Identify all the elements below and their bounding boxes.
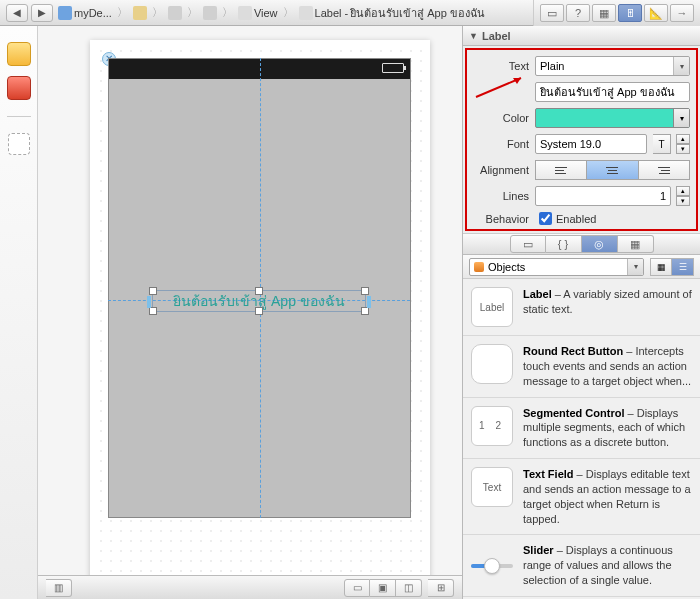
resize-handle[interactable] <box>149 307 157 315</box>
library-filter-select[interactable]: Objects▾ <box>469 258 644 276</box>
color-label: Color <box>473 112 529 124</box>
crumb-folder[interactable] <box>131 6 149 20</box>
align-left[interactable] <box>535 160 587 180</box>
library-header: Objects▾ ▦ ☰ <box>463 255 700 279</box>
library-item-slider[interactable]: Slider – Displays a continuous range of … <box>463 535 700 597</box>
constraints-toggle[interactable]: ⊞ <box>428 579 454 597</box>
alignment-label: Alignment <box>473 164 529 176</box>
extent-handle[interactable] <box>367 296 371 308</box>
resize-handle[interactable] <box>361 307 369 315</box>
extent-handle[interactable] <box>147 296 151 308</box>
slider-icon <box>471 543 513 588</box>
font-input[interactable]: System 19.0 <box>535 134 647 154</box>
text-value-input[interactable]: ยินต้อนรับเข้าสู่ App ของฉัน <box>535 82 690 102</box>
outline-toggle[interactable]: ▥ <box>46 579 72 597</box>
font-stepper[interactable]: ▴▾ <box>676 134 690 154</box>
resize-handle[interactable] <box>361 287 369 295</box>
font-label: Font <box>473 138 529 150</box>
resize-handle[interactable] <box>255 307 263 315</box>
library-grid-view[interactable]: ▦ <box>650 258 672 276</box>
inspector-panel: ▼Label Text Plain▾ ยินต้อนรับเข้าสู่ App… <box>462 26 700 599</box>
zoom-actual[interactable]: ▭ <box>344 579 370 597</box>
canvas-bottom-bar: ▥ ▭ ▣ ◫ ⊞ <box>38 575 462 599</box>
crumb-nib[interactable] <box>201 6 219 20</box>
inspector-section-header[interactable]: ▼Label <box>463 26 700 46</box>
enabled-label: Enabled <box>556 213 596 225</box>
forward-button[interactable]: ▶ <box>31 4 53 22</box>
identity-tab[interactable]: ▦ <box>592 4 616 22</box>
roundrect-icon <box>471 344 513 384</box>
textfield-icon: Text <box>471 467 513 507</box>
font-picker-button[interactable]: T <box>653 134 671 154</box>
canvas[interactable]: ✕ ยินต้อนรับเข้าสู่ App ของฉัน ▥ ▭ ▣ ◫ ⊞ <box>38 26 462 599</box>
enabled-checkbox[interactable] <box>539 212 552 225</box>
inspector-tab-bar: ▭ ? ▦ 🎚 📐 → <box>533 0 700 26</box>
crumb-label[interactable]: Label - ยินต้อนรับเข้าสู่ App ของฉัน <box>297 4 487 22</box>
resize-handle[interactable] <box>149 287 157 295</box>
dock <box>0 26 38 599</box>
library-item-button[interactable]: Round Rect Button – Intercepts touch eve… <box>463 336 700 398</box>
quickhelp-tab[interactable]: ? <box>566 4 590 22</box>
media-tab[interactable]: ▦ <box>618 235 654 253</box>
snippets-tab[interactable]: { } <box>546 235 582 253</box>
library-item-segmented[interactable]: 1 2 Segmented Control – Displays multipl… <box>463 398 700 460</box>
zoom-fit[interactable]: ▣ <box>370 579 396 597</box>
ib-paper: ✕ ยินต้อนรับเข้าสู่ App ของฉัน <box>90 40 430 592</box>
first-responder-icon[interactable] <box>7 76 31 100</box>
lines-label: Lines <box>473 190 529 202</box>
library-item-textfield[interactable]: Text Text Field – Displays editable text… <box>463 459 700 535</box>
object-library-list[interactable]: Label Label – A variably sized amount of… <box>463 279 700 599</box>
lines-stepper[interactable]: ▴▾ <box>676 186 690 206</box>
attributes-group: Text Plain▾ ยินต้อนรับเข้าสู่ App ของฉัน… <box>465 48 698 231</box>
behavior-label: Behavior <box>473 213 529 225</box>
library-item-label[interactable]: Label Label – A variably sized amount of… <box>463 279 700 336</box>
crumb-view[interactable]: View <box>236 6 280 20</box>
size-tab[interactable]: 📐 <box>644 4 668 22</box>
alignment-segmented[interactable] <box>535 160 690 180</box>
crumb-file[interactable] <box>166 6 184 20</box>
files-owner-icon[interactable] <box>7 42 31 66</box>
color-well[interactable]: ▾ <box>535 108 690 128</box>
file-templates-tab[interactable]: ▭ <box>510 235 546 253</box>
resize-handle[interactable] <box>255 287 263 295</box>
connections-tab[interactable]: → <box>670 4 694 22</box>
crumb-project[interactable]: myDe... <box>56 6 114 20</box>
text-type-select[interactable]: Plain▾ <box>535 56 690 76</box>
file-inspector-tab[interactable]: ▭ <box>540 4 564 22</box>
library-list-view[interactable]: ☰ <box>672 258 694 276</box>
segmented-icon: 1 2 <box>471 406 513 446</box>
align-right[interactable] <box>639 160 690 180</box>
label-icon: Label <box>471 287 513 327</box>
zoom-all[interactable]: ◫ <box>396 579 422 597</box>
lines-input[interactable]: 1 <box>535 186 671 206</box>
align-center[interactable] <box>587 160 638 180</box>
view-object-icon[interactable] <box>8 133 30 155</box>
back-button[interactable]: ◀ <box>6 4 28 22</box>
selected-uilabel[interactable]: ยินต้อนรับเข้าสู่ App ของฉัน <box>152 290 366 312</box>
attributes-tab[interactable]: 🎚 <box>618 4 642 22</box>
text-label: Text <box>473 60 529 72</box>
objects-tab[interactable]: ◎ <box>582 235 618 253</box>
battery-icon <box>382 63 404 73</box>
library-tab-switch: ▭ { } ◎ ▦ <box>463 233 700 255</box>
